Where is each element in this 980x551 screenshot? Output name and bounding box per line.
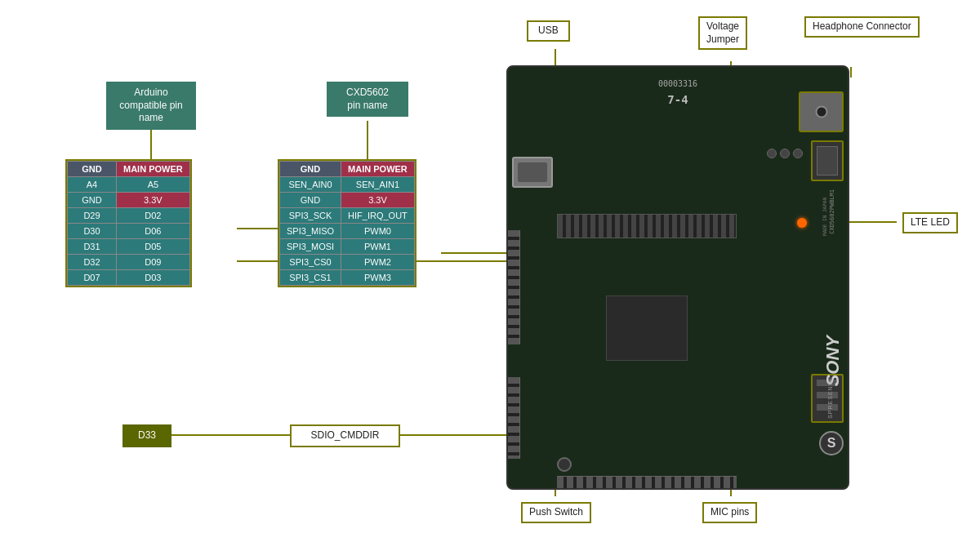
left-pin-table: GND MAIN POWER A4 A5 GND 3.3V D29 D02 D3… xyxy=(65,159,192,287)
board: 00003316 7-4 xyxy=(506,65,849,490)
left-row6-col2: D09 xyxy=(117,255,190,270)
pin-header-bottom xyxy=(557,476,737,488)
right-row7-col2: PWM3 xyxy=(341,270,415,286)
spresense-text: SPRESENSE xyxy=(827,376,833,419)
right-header-mainpower: MAIN POWER xyxy=(341,162,415,177)
push-button xyxy=(557,457,572,472)
left-row1-col1: A4 xyxy=(68,177,117,193)
right-pin-table: GND MAIN POWER SEN_AIN0 SEN_AIN1 GND 3.3… xyxy=(278,159,416,287)
board-serial: 00003316 xyxy=(658,79,697,88)
left-row4-col2: D06 xyxy=(117,224,190,239)
usb-annotation: USB xyxy=(527,20,570,42)
right-header-gnd: GND xyxy=(280,162,341,177)
right-row1-col1: SEN_AIN0 xyxy=(280,177,341,193)
left-row6-col1: D32 xyxy=(68,255,117,270)
pin-header-left-2 xyxy=(508,377,520,459)
left-row3-col2: D02 xyxy=(117,208,190,224)
sony-s-logo: S xyxy=(819,431,844,455)
left-header-gnd: GND xyxy=(68,162,117,177)
left-row4-col1: D30 xyxy=(68,224,117,239)
ic-chip xyxy=(606,295,688,361)
sdio-cmddir-label: SDIO_CMDDIR xyxy=(290,424,400,447)
cxd5602-label: CXD5602pin name xyxy=(327,82,408,117)
right-row6-col2: PWM2 xyxy=(341,255,415,270)
left-row2-col1: GND xyxy=(68,193,117,208)
arduino-label: Arduino compatible pin name xyxy=(106,82,196,130)
mic-pins-annotation: MIC pins xyxy=(702,502,757,523)
right-row2-col2: 3.3V xyxy=(341,193,415,208)
capacitors xyxy=(767,149,803,158)
left-row1-col2: A5 xyxy=(117,177,190,193)
right-row4-col1: SPI3_MISO xyxy=(280,224,341,239)
left-row5-col2: D05 xyxy=(117,239,190,255)
voltage-jumper-annotation: VoltageJumper xyxy=(698,16,747,50)
right-row2-col1: GND xyxy=(280,193,341,208)
push-switch-annotation: Push Switch xyxy=(521,502,591,523)
left-row5-col1: D31 xyxy=(68,239,117,255)
left-row7-col2: D03 xyxy=(117,270,190,286)
right-row6-col1: SPI3_CS0 xyxy=(280,255,341,270)
diagram-container: Arduino compatible pin name CXD5602pin n… xyxy=(0,0,980,551)
right-row7-col1: SPI3_CS1 xyxy=(280,270,341,286)
left-row2-col2: 3.3V xyxy=(117,193,190,208)
center-connector xyxy=(557,214,737,238)
lte-led-indicator xyxy=(797,218,807,228)
left-row3-col1: D29 xyxy=(68,208,117,224)
right-row1-col2: SEN_AIN1 xyxy=(341,177,415,193)
right-row3-col2: HIF_IRQ_OUT xyxy=(341,208,415,224)
made-in-japan-label: MADE IN JAPAN xyxy=(822,198,827,236)
lte-led-annotation: LTE LED xyxy=(902,212,958,233)
headphone-jack xyxy=(799,91,844,132)
right-row5-col2: PWM1 xyxy=(341,239,415,255)
right-row3-col1: SPI3_SCK xyxy=(280,208,341,224)
d33-label: D33 xyxy=(122,424,172,447)
headphone-connector-annotation: Headphone Connector xyxy=(804,16,920,38)
right-component-1 xyxy=(811,140,844,181)
sony-logo: SONY xyxy=(818,331,848,390)
right-row5-col1: SPI3_MOSI xyxy=(280,239,341,255)
pin-header-left-1 xyxy=(508,230,520,344)
cxd-chip-label: CXD5602PWBLM1 xyxy=(829,189,835,234)
right-row4-col2: PWM0 xyxy=(341,224,415,239)
usb-port xyxy=(512,157,553,188)
board-model: 7-4 xyxy=(667,93,688,106)
left-row7-col1: D07 xyxy=(68,270,117,286)
left-header-mainpower: MAIN POWER xyxy=(117,162,190,177)
